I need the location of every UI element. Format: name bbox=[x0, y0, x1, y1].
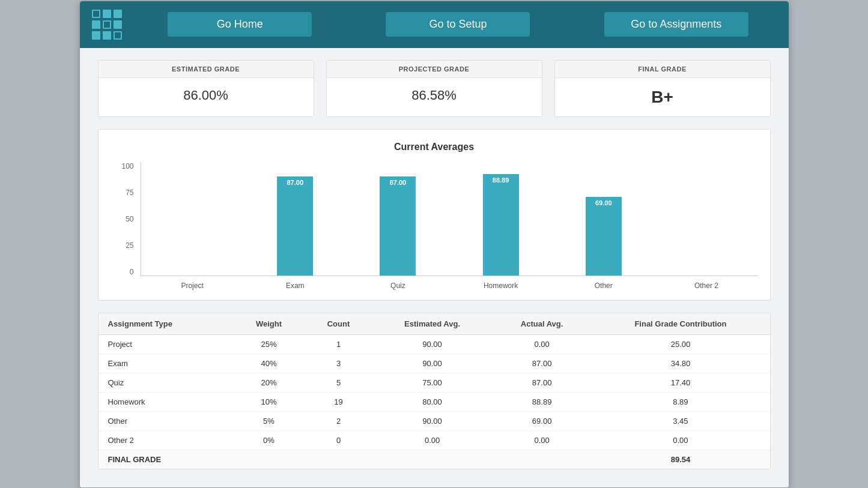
projected-grade-card: PROJECTED GRADE 86.58% bbox=[326, 60, 542, 117]
cell-estimated: 90.00 bbox=[372, 334, 493, 354]
table-row: Other 20%00.000.000.00 bbox=[99, 430, 770, 450]
table-header-row: Assignment Type Weight Count Estimated A… bbox=[99, 313, 770, 335]
table-row: Project25%190.000.0025.00 bbox=[99, 334, 770, 354]
cell-weight: 40% bbox=[232, 354, 305, 373]
y-label-0: 0 bbox=[130, 268, 134, 276]
bar-exam: 87.00 bbox=[277, 176, 313, 276]
y-label-25: 25 bbox=[126, 241, 133, 250]
cell-contribution: 17.40 bbox=[591, 373, 769, 392]
cell-actual: 0.00 bbox=[493, 430, 592, 450]
bar-xlabel-quiz: Quiz bbox=[390, 282, 405, 290]
cell-weight: 5% bbox=[232, 411, 305, 430]
bar-xlabel-homework: Homework bbox=[484, 282, 518, 290]
table-row: Other5%290.0069.003.45 bbox=[99, 411, 770, 430]
y-label-100: 100 bbox=[121, 162, 133, 170]
cell-contribution: 3.45 bbox=[591, 411, 769, 430]
final-grade-label: FINAL GRADE bbox=[99, 450, 233, 469]
table-container: Assignment Type Weight Count Estimated A… bbox=[98, 313, 771, 469]
cell-type: Quiz bbox=[99, 373, 233, 392]
main-container: Go Home Go to Setup Go to Assignments ES… bbox=[80, 1, 789, 487]
cell-count: 2 bbox=[305, 411, 372, 430]
col-type: Assignment Type bbox=[99, 313, 233, 335]
cell-estimated: 90.00 bbox=[372, 354, 493, 373]
final-grade-total: 89.54 bbox=[591, 450, 769, 469]
bar-value-other: 69.00 bbox=[595, 197, 612, 206]
col-count: Count bbox=[305, 313, 372, 335]
bar-homework: 88.89 bbox=[483, 174, 519, 276]
cell-estimated: 0.00 bbox=[372, 430, 493, 450]
cell-estimated: 90.00 bbox=[372, 411, 493, 430]
final-grade-value: B+ bbox=[555, 78, 770, 116]
table-row: Exam40%390.0087.0034.80 bbox=[99, 354, 770, 373]
cell-count: 1 bbox=[305, 334, 372, 354]
cell-contribution: 8.89 bbox=[591, 392, 769, 411]
estimated-grade-value: 86.00% bbox=[99, 78, 314, 113]
estimated-grade-label: ESTIMATED GRADE bbox=[99, 61, 314, 78]
cell-count: 5 bbox=[305, 373, 372, 392]
col-estimated: Estimated Avg. bbox=[372, 313, 493, 335]
chart-container: Current Averages 100 75 50 25 0 Project8… bbox=[98, 129, 771, 301]
cell-type: Project bbox=[99, 334, 233, 354]
projected-grade-label: PROJECTED GRADE bbox=[327, 61, 542, 78]
col-actual: Actual Avg. bbox=[493, 313, 592, 335]
cell-type: Homework bbox=[99, 392, 233, 411]
bar-group-other: 69.00Other bbox=[552, 162, 655, 276]
cell-weight: 20% bbox=[232, 373, 305, 392]
cell-type: Other 2 bbox=[99, 430, 233, 450]
chart-area: 100 75 50 25 0 Project87.00Exam87.00Quiz… bbox=[111, 162, 758, 294]
cell-actual: 0.00 bbox=[493, 334, 592, 354]
cell-contribution: 0.00 bbox=[591, 430, 769, 450]
grade-cards: ESTIMATED GRADE 86.00% PROJECTED GRADE 8… bbox=[98, 60, 771, 117]
table-row: Homework10%1980.0088.898.89 bbox=[99, 392, 770, 411]
bar-xlabel-project: Project bbox=[181, 282, 203, 290]
y-label-50: 50 bbox=[126, 215, 133, 223]
bar-other: 69.00 bbox=[586, 197, 622, 276]
cell-actual: 87.00 bbox=[493, 373, 592, 392]
cell-count: 0 bbox=[305, 430, 372, 450]
cell-actual: 87.00 bbox=[493, 354, 592, 373]
grades-table: Assignment Type Weight Count Estimated A… bbox=[99, 313, 770, 469]
cell-count: 19 bbox=[305, 392, 372, 411]
go-assignments-button[interactable]: Go to Assignments bbox=[604, 12, 748, 37]
cell-type: Exam bbox=[99, 354, 233, 373]
bar-xlabel-other: Other bbox=[595, 282, 613, 290]
final-grade-row: FINAL GRADE89.54 bbox=[99, 450, 770, 469]
final-grade-card: FINAL GRADE B+ bbox=[554, 60, 771, 117]
y-axis: 100 75 50 25 0 bbox=[111, 162, 138, 276]
final-grade-label: FINAL GRADE bbox=[555, 61, 770, 78]
bar-group-other-2: Other 2 bbox=[655, 162, 757, 276]
bar-quiz: 87.00 bbox=[380, 176, 416, 276]
projected-grade-value: 86.58% bbox=[327, 78, 542, 113]
bar-value-quiz: 87.00 bbox=[390, 176, 407, 186]
go-home-button[interactable]: Go Home bbox=[168, 12, 312, 37]
cell-contribution: 25.00 bbox=[591, 334, 769, 354]
go-setup-button[interactable]: Go to Setup bbox=[386, 12, 530, 37]
bar-xlabel-exam: Exam bbox=[286, 282, 305, 290]
cell-weight: 0% bbox=[232, 430, 305, 450]
bar-value-exam: 87.00 bbox=[287, 176, 303, 186]
header-buttons: Go Home Go to Setup Go to Assignments bbox=[140, 12, 777, 37]
chart-title: Current Averages bbox=[111, 142, 758, 152]
bar-xlabel-other-2: Other 2 bbox=[694, 282, 718, 290]
bar-group-exam: 87.00Exam bbox=[244, 162, 347, 276]
bar-group-project: Project bbox=[141, 162, 244, 276]
bar-group-homework: 88.89Homework bbox=[449, 162, 552, 276]
header: Go Home Go to Setup Go to Assignments bbox=[80, 1, 789, 48]
col-contribution: Final Grade Contribution bbox=[591, 313, 769, 335]
table-row: Quiz20%575.0087.0017.40 bbox=[99, 373, 770, 392]
app-icon bbox=[92, 10, 122, 40]
chart-bars: Project87.00Exam87.00Quiz88.89Homework69… bbox=[141, 162, 758, 276]
estimated-grade-card: ESTIMATED GRADE 86.00% bbox=[98, 60, 314, 117]
y-label-75: 75 bbox=[126, 188, 133, 197]
col-weight: Weight bbox=[232, 313, 305, 335]
cell-weight: 25% bbox=[232, 334, 305, 354]
cell-count: 3 bbox=[305, 354, 372, 373]
cell-weight: 10% bbox=[232, 392, 305, 411]
cell-actual: 88.89 bbox=[493, 392, 592, 411]
content-area: ESTIMATED GRADE 86.00% PROJECTED GRADE 8… bbox=[80, 48, 789, 487]
bar-value-homework: 88.89 bbox=[493, 174, 509, 184]
cell-actual: 69.00 bbox=[493, 411, 592, 430]
bar-group-quiz: 87.00Quiz bbox=[347, 162, 449, 276]
cell-estimated: 80.00 bbox=[372, 392, 493, 411]
cell-contribution: 34.80 bbox=[591, 354, 769, 373]
